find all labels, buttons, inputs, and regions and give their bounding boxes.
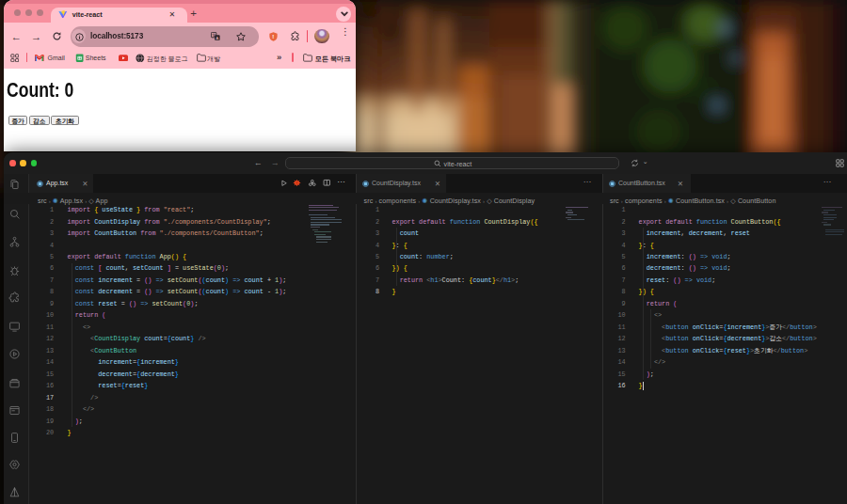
svg-text:!: ! <box>272 34 274 39</box>
svg-text:A: A <box>216 36 218 40</box>
